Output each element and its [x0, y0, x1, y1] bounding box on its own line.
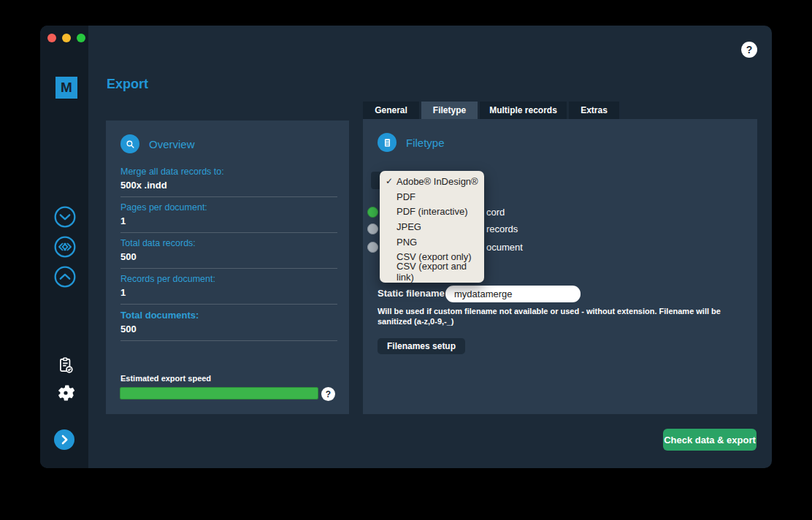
- radio-selected-dot: [367, 207, 378, 218]
- overview-row-value: 500x .indd: [120, 180, 337, 191]
- overview-row-value: 500: [120, 324, 337, 334]
- clipboard-check-icon[interactable]: [56, 356, 75, 375]
- menu-item-label: Adobe® InDesign®: [397, 176, 478, 187]
- chevron-down-circle-icon[interactable]: [53, 205, 77, 229]
- radio-per-record[interactable]: [367, 207, 378, 218]
- page-title: Export: [107, 77, 148, 92]
- filetype-title: Filetype: [406, 137, 445, 149]
- export-speed-fill: [120, 388, 318, 399]
- overview-title: Overview: [149, 138, 195, 150]
- overview-row-value: 500: [120, 251, 337, 262]
- traffic-lights: [47, 34, 85, 42]
- radio-label-fragment: ocument: [486, 242, 523, 253]
- menu-item-jpeg[interactable]: JPEG: [380, 219, 484, 234]
- radio-label-fragment: cord: [486, 207, 505, 218]
- menu-item-label: CSV (export and link): [397, 261, 484, 283]
- zoom-window-button[interactable]: [77, 34, 85, 42]
- overview-row: Total documents: 500: [120, 305, 337, 341]
- minimize-window-button[interactable]: [62, 34, 71, 42]
- overview-row-value: 1: [120, 287, 337, 298]
- check-data-export-button[interactable]: Check data & export: [663, 429, 757, 451]
- overview-row: Total data records: 500: [120, 233, 337, 269]
- sidebar: M: [40, 26, 88, 468]
- menu-item-png[interactable]: PNG: [380, 234, 484, 250]
- overview-row: Records per document: 1: [120, 269, 337, 305]
- tab-extras[interactable]: Extras: [569, 102, 619, 119]
- filetype-dropdown-menu: ✓ Adobe® InDesign® PDF PDF (interactive)…: [380, 171, 484, 283]
- tab-multiple-records[interactable]: Multiple records: [480, 102, 567, 119]
- radio-all-records[interactable]: [367, 223, 378, 234]
- menu-item-label: PNG: [397, 237, 417, 248]
- chevron-up-circle-icon[interactable]: [53, 265, 77, 288]
- menu-item-label: PDF: [397, 191, 415, 202]
- overview-row: Pages per document: 1: [120, 197, 337, 233]
- static-filename-input[interactable]: [445, 286, 581, 302]
- menu-item-csv-export-link[interactable]: CSV (export and link): [380, 264, 484, 280]
- overview-row-label: Records per document:: [120, 274, 337, 284]
- radio-label-fragment: records: [486, 223, 518, 234]
- radio-dot: [367, 242, 378, 253]
- menu-item-label: JPEG: [397, 221, 421, 232]
- static-filename-helper-text: Will be used if custom filename not avai…: [378, 306, 746, 326]
- app-logo: M: [55, 77, 77, 99]
- overview-panel: Overview Merge all data records to: 500x…: [106, 121, 349, 414]
- close-window-button[interactable]: [47, 34, 56, 42]
- overview-row: Merge all data records to: 500x .indd: [120, 161, 337, 197]
- speed-help-icon[interactable]: ?: [321, 387, 335, 401]
- static-filename-label: Static filename: [378, 288, 445, 299]
- overview-row-label: Merge all data records to:: [120, 167, 337, 177]
- overview-row-value: 1: [120, 215, 337, 226]
- menu-item-indesign[interactable]: ✓ Adobe® InDesign®: [380, 174, 484, 189]
- tab-filetype[interactable]: Filetype: [421, 102, 478, 119]
- menu-item-pdf[interactable]: PDF: [380, 189, 484, 204]
- app-window: M: [40, 26, 772, 468]
- menu-item-label: PDF (interactive): [397, 206, 468, 217]
- export-speed-bar: [120, 387, 318, 399]
- overview-row-label: Total data records:: [120, 238, 337, 248]
- code-brackets-circle-icon[interactable]: [53, 235, 77, 259]
- menu-item-pdf-interactive[interactable]: PDF (interactive): [380, 204, 484, 219]
- tab-general[interactable]: General: [363, 102, 419, 119]
- radio-per-document[interactable]: [367, 242, 378, 253]
- radio-dot: [367, 223, 378, 234]
- overview-row-label: Total documents:: [120, 310, 337, 321]
- overview-row-label: Pages per document:: [120, 202, 337, 213]
- magnifier-icon: [120, 134, 139, 153]
- export-speed-label: Estimated export speed: [120, 374, 211, 383]
- help-icon[interactable]: ?: [741, 42, 757, 58]
- gear-icon[interactable]: [56, 383, 75, 402]
- overview-rows: Merge all data records to: 500x .indd Pa…: [120, 161, 337, 341]
- filenames-setup-button[interactable]: Filenames setup: [378, 338, 465, 354]
- document-icon: [378, 133, 397, 152]
- arrow-right-circle-icon[interactable]: [54, 429, 74, 450]
- checkmark-icon: ✓: [386, 176, 393, 186]
